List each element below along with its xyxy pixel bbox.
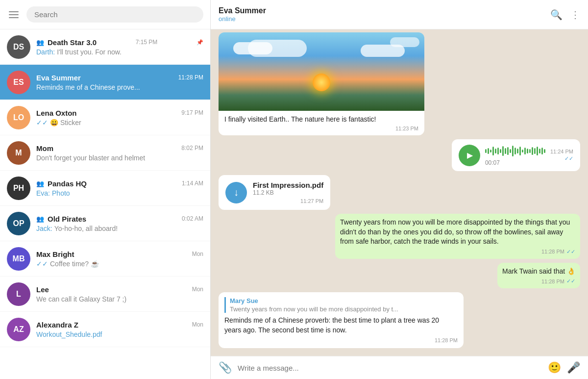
avatar: OP	[7, 212, 30, 235]
avatar: PH	[7, 177, 30, 200]
chat-name: Max Bright	[36, 250, 74, 258]
chat-time: 11:28 PM	[178, 74, 203, 81]
chat-name: 👥Pandas HQ	[36, 179, 87, 188]
chat-time: 0:02 AM	[182, 215, 203, 222]
message-row: Twenty years from now you will be more d…	[219, 214, 580, 259]
message-time: 11:24 PM	[550, 149, 573, 154]
chat-time: 9:17 PM	[181, 109, 203, 116]
voice-message: 00:0711:24 PM✓✓	[452, 139, 580, 171]
chat-info: Alexandra ZMonWorkout_Shedule.pdf	[36, 321, 203, 338]
attach-icon[interactable]: 📎	[219, 361, 232, 374]
chat-info: Mom8:02 PMDon't forget your blaster and …	[36, 144, 203, 162]
chat-name: Mom	[36, 144, 53, 152]
message-time: 11:28 PM	[541, 278, 564, 284]
chat-preview: Workout_Shedule.pdf	[36, 330, 203, 338]
avatar: LO	[7, 106, 30, 129]
chat-name: 👥Death Star 3.0	[36, 38, 97, 47]
file-name: First Impression.pdf	[253, 181, 323, 189]
reply-message: Mary SueTwenty years from now you will b…	[219, 292, 464, 348]
voice-duration: 00:07	[485, 159, 545, 166]
message-input[interactable]	[238, 364, 542, 372]
message-time: 11:23 PM	[395, 126, 418, 131]
chat-name: Lee	[36, 285, 49, 294]
input-area: 📎 🙂 🎤	[211, 356, 588, 379]
message-ticks: ✓✓	[566, 249, 575, 255]
chat-header-info: Eva Summer online	[219, 6, 544, 23]
reply-text: Reminds me of a Chinese proverb: the bes…	[224, 316, 439, 334]
chat-header-status: online	[219, 15, 544, 23]
chat-preview: ✓✓😀 Sticker	[36, 119, 203, 126]
message-time: 11:28 PM	[435, 337, 458, 343]
chat-preview: Darth: I'll trust you. For now.	[36, 48, 203, 56]
messages-area: I finally visited Earth.. The nature her…	[211, 29, 588, 356]
chat-preview: Don't forget your blaster and helmet	[36, 154, 203, 162]
download-button[interactable]: ↓	[225, 182, 247, 203]
sidebar-header	[0, 0, 210, 29]
chat-time: Mon	[192, 321, 203, 328]
chat-name: Eva Summer	[36, 74, 81, 82]
chat-header-name: Eva Summer	[219, 6, 544, 15]
chat-item[interactable]: AZAlexandra ZMonWorkout_Shedule.pdf	[0, 312, 210, 347]
chat-item[interactable]: DS👥Death Star 3.07:15 PM📌Darth: I'll tru…	[0, 29, 210, 65]
chat-area: Eva Summer online 🔍 ⋮ I finally visited …	[211, 0, 588, 379]
message-text: Mark Twain said that 👌	[502, 267, 575, 275]
file-info: First Impression.pdf11.2 KB11:27 PM	[253, 181, 323, 204]
message-row: 00:0711:24 PM✓✓	[219, 139, 580, 171]
photo-caption-bubble: I finally visited Earth.. The nature her…	[219, 111, 424, 135]
chat-name: 👥Old Pirates	[36, 215, 86, 223]
avatar: DS	[7, 35, 30, 59]
message-meta: 11:28 PM✓✓	[340, 249, 575, 255]
text-message: Twenty years from now you will be more d…	[335, 214, 580, 259]
more-icon[interactable]: ⋮	[570, 9, 580, 21]
message-text: Twenty years from now you will be more d…	[340, 218, 570, 245]
chat-info: 👥Pandas HQ1:14 AMEva: Photo	[36, 179, 203, 197]
file-size: 11.2 KB	[253, 189, 323, 196]
chat-time: Mon	[192, 286, 203, 293]
search-icon[interactable]: 🔍	[550, 9, 563, 21]
photo-caption: I finally visited Earth.. The nature her…	[224, 115, 376, 123]
message-time: 11:27 PM	[300, 198, 323, 204]
message-row: ↓First Impression.pdf11.2 KB11:27 PM	[219, 175, 580, 210]
chat-time: 8:02 PM	[181, 145, 203, 152]
play-button[interactable]	[459, 145, 480, 166]
chat-item[interactable]: LOLena Oxton9:17 PM✓✓😀 Sticker	[0, 100, 210, 135]
chat-name: Alexandra Z	[36, 321, 78, 329]
voice-meta: 11:24 PM✓✓	[550, 149, 573, 162]
photo-image	[219, 32, 424, 111]
message-row: Mark Twain said that 👌11:28 PM✓✓	[219, 263, 580, 289]
message-ticks: ✓✓	[566, 278, 575, 284]
message-meta: 11:28 PM	[224, 337, 458, 343]
chat-info: Max BrightMon✓✓Coffee time? ☕	[36, 250, 203, 268]
mic-icon[interactable]: 🎤	[567, 361, 580, 374]
message-row: Mary SueTwenty years from now you will b…	[219, 292, 580, 348]
message-time: 11:28 PM	[541, 249, 564, 254]
waveform: 00:07	[485, 144, 545, 166]
avatar: M	[7, 141, 30, 165]
reply-quote: Mary SueTwenty years from now you will b…	[224, 297, 458, 313]
chat-info: Eva Summer11:28 PMReminds me of a Chines…	[36, 74, 203, 91]
chat-item[interactable]: MBMax BrightMon✓✓Coffee time? ☕	[0, 241, 210, 277]
search-input[interactable]	[26, 6, 203, 23]
chat-time: 1:14 AM	[182, 180, 203, 187]
chat-header: Eva Summer online 🔍 ⋮	[211, 0, 588, 29]
chat-preview: Eva: Photo	[36, 189, 203, 197]
avatar: ES	[7, 71, 30, 94]
avatar: MB	[7, 247, 30, 271]
chat-preview: Jack: Yo-ho-ho, all aboard!	[36, 225, 203, 232]
chat-item[interactable]: OP👥Old Pirates0:02 AMJack: Yo-ho-ho, all…	[0, 206, 210, 241]
message-meta: 11:28 PM✓✓	[502, 278, 575, 284]
chat-info: LeeMonWe can call it Galaxy Star 7 ;)	[36, 285, 203, 303]
chat-item[interactable]: LLeeMonWe can call it Galaxy Star 7 ;)	[0, 277, 210, 312]
text-message: Mark Twain said that 👌11:28 PM✓✓	[497, 263, 580, 289]
chat-preview: ✓✓Coffee time? ☕	[36, 260, 203, 268]
chat-list: DS👥Death Star 3.07:15 PM📌Darth: I'll tru…	[0, 29, 210, 379]
chat-name: Lena Oxton	[36, 109, 77, 117]
chat-info: Lena Oxton9:17 PM✓✓😀 Sticker	[36, 109, 203, 126]
menu-button[interactable]	[7, 9, 21, 20]
chat-item[interactable]: MMom8:02 PMDon't forget your blaster and…	[0, 135, 210, 171]
quote-text: Twenty years from now you will be more d…	[230, 305, 458, 313]
chat-item[interactable]: ESEva Summer11:28 PMReminds me of a Chin…	[0, 65, 210, 100]
message-row: I finally visited Earth.. The nature her…	[219, 32, 580, 135]
emoji-icon[interactable]: 🙂	[548, 361, 561, 374]
chat-item[interactable]: PH👥Pandas HQ1:14 AMEva: Photo	[0, 171, 210, 206]
